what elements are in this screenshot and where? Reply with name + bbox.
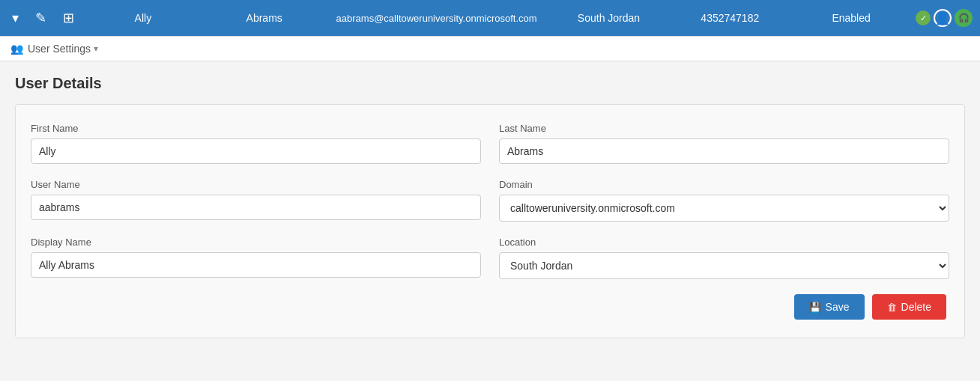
username-label: User Name <box>31 179 481 190</box>
topbar-first-name: Ally <box>86 12 200 24</box>
display-name-input[interactable] <box>31 252 481 278</box>
user-settings-label: User Settings <box>28 43 91 55</box>
last-name-group: Last Name <box>499 123 949 164</box>
topbar-right-icons: ✓ 👤 🎧 <box>916 9 973 27</box>
delete-label: Delete <box>901 301 931 313</box>
topbar-status: Enabled <box>794 12 908 24</box>
topbar-last-name: Abrams <box>208 12 321 24</box>
form-row-name: First Name Last Name <box>31 123 949 164</box>
location-group: Location South Jordan <box>499 237 949 279</box>
first-name-group: First Name <box>31 123 481 164</box>
first-name-input[interactable] <box>31 138 481 164</box>
domain-label: Domain <box>499 179 949 190</box>
form-row-username: User Name Domain calltoweruniversity.onm… <box>31 179 949 222</box>
top-bar: ▾ ✎ ⊞ Ally Abrams aabrams@calltowerunive… <box>0 0 980 36</box>
domain-group: Domain calltoweruniversity.onmicrosoft.c… <box>499 179 949 222</box>
status-check-icon: ✓ <box>916 10 931 25</box>
user-settings-icon: 👥 <box>10 43 23 55</box>
save-button[interactable]: 💾 Save <box>794 294 865 320</box>
domain-select[interactable]: calltoweruniversity.onmicrosoft.com <box>499 195 949 222</box>
form-row-display: Display Name Location South Jordan <box>31 237 949 279</box>
topbar-email: aabrams@calltoweruniversity.onmicrosoft.… <box>329 13 545 24</box>
form-card: First Name Last Name User Name Domain ca… <box>15 104 965 338</box>
user-settings-arrow: ▾ <box>94 43 98 54</box>
save-icon: 💾 <box>809 302 821 313</box>
username-input[interactable] <box>31 195 481 220</box>
dropdown-arrow-icon[interactable]: ▾ <box>7 7 23 29</box>
first-name-label: First Name <box>31 123 481 134</box>
delete-icon: 🗑 <box>887 302 897 313</box>
headset-icon: 🎧 <box>955 9 973 27</box>
last-name-input[interactable] <box>499 138 949 164</box>
username-group: User Name <box>31 179 481 222</box>
user-avatar-icon[interactable]: 👤 <box>934 9 952 27</box>
page-title: User Details <box>15 75 965 92</box>
topbar-city: South Jordan <box>552 12 666 24</box>
location-label: Location <box>499 237 949 248</box>
main-content: User Details First Name Last Name User N… <box>0 61 980 352</box>
user-settings-link[interactable]: User Settings ▾ <box>28 43 98 55</box>
grid-icon[interactable]: ⊞ <box>58 7 79 29</box>
display-name-group: Display Name <box>31 237 481 279</box>
sub-nav: 👥 User Settings ▾ <box>0 37 980 61</box>
last-name-label: Last Name <box>499 123 949 134</box>
topbar-phone: 4352747182 <box>673 12 787 24</box>
location-select[interactable]: South Jordan <box>499 252 949 279</box>
delete-button[interactable]: 🗑 Delete <box>872 294 946 320</box>
edit-icon[interactable]: ✎ <box>31 7 51 29</box>
save-label: Save <box>826 301 850 313</box>
button-row: 💾 Save 🗑 Delete <box>31 294 949 320</box>
display-name-label: Display Name <box>31 237 481 248</box>
